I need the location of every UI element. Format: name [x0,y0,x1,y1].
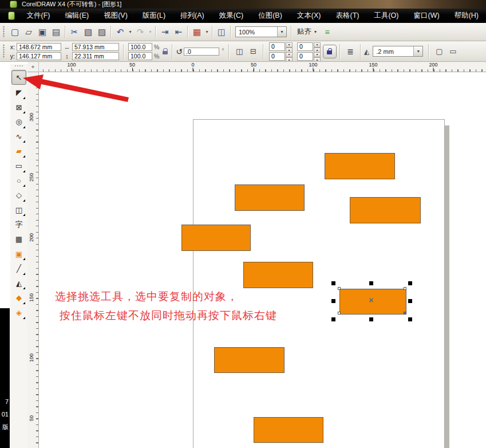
height-field[interactable] [72,52,119,60]
options-icon[interactable]: ≡ [320,25,334,39]
corner-node[interactable] [404,287,406,290]
orange-rectangle[interactable] [243,262,313,288]
corner-node[interactable] [338,287,341,290]
text-tool[interactable]: 字 [12,218,26,231]
paste-icon[interactable]: ▨ [95,25,109,39]
orange-rectangle[interactable] [254,417,323,443]
drawing-canvas[interactable]: × 选择挑选工具，选中要复制的对象， 按住鼠标左键不放同时拖动再按下鼠标右键 [39,72,486,448]
corner-node[interactable] [338,312,341,315]
freehand-tool[interactable]: ∿ [12,129,26,143]
import-icon[interactable]: ⇥ [158,25,172,39]
print-icon[interactable]: ▤ [49,25,63,39]
orange-rectangle[interactable] [214,347,285,373]
orange-rectangle[interactable] [350,197,421,223]
menu-layout[interactable]: 版面(L) [135,9,173,23]
menu-text[interactable]: 文本(X) [290,9,329,23]
vertical-ruler[interactable]: 300 250 200 150 100 50 [27,72,39,448]
save-icon[interactable]: ▣ [35,25,49,39]
mirror-vertical-icon[interactable]: ⊟ [246,45,260,58]
outline-width-combo[interactable]: .2 mm ▾ [373,46,423,57]
undo-icon[interactable]: ↶ [113,25,127,39]
smart-fill-tool[interactable]: ▰ [12,144,26,158]
shape-tool[interactable]: ◤ [12,86,26,100]
menu-tools[interactable]: 工具(O) [366,9,406,23]
zoom-dropdown-icon[interactable]: ▾ [277,27,286,37]
redo-icon[interactable]: ↷ [133,25,147,39]
menu-arrange[interactable]: 排列(A) [173,9,212,23]
corner-radius-spinner[interactable]: ▾▴ [269,42,293,51]
separator[interactable] [230,26,231,38]
selection-handle[interactable] [408,299,412,303]
interactive-blend-tool[interactable]: ▣ [12,247,26,261]
open-close-shape-icon[interactable]: ▭ [446,45,460,58]
ruler-origin-button[interactable]: ⌖ [27,62,39,72]
menu-edit[interactable]: 编辑(E) [57,9,96,23]
selection-handle[interactable] [408,317,412,321]
separator[interactable] [187,26,188,38]
menu-help[interactable]: 帮助(H) [447,9,486,23]
basic-shapes-tool[interactable]: ◫ [12,203,26,217]
application-launcher-icon[interactable]: ▦ [190,25,204,39]
width-field[interactable] [72,43,119,51]
cut-icon[interactable]: ✂ [68,25,81,39]
wrap-paragraph-text-icon[interactable]: ≣ [343,47,357,56]
selection-handle[interactable] [331,317,335,321]
separator[interactable] [212,26,213,38]
zoom-level-combo[interactable]: 100% ▾ [235,26,287,37]
x-position-field[interactable] [17,43,61,51]
selection-handle[interactable] [369,317,373,321]
corner-radius-spinner[interactable]: ▾▴ [297,42,321,51]
snap-to-button[interactable]: 贴齐 ▾ [297,27,317,37]
separator[interactable] [110,26,112,38]
interactive-fill-tool[interactable]: ◈ [12,306,26,320]
rectangle-tool[interactable]: ▭ [12,159,26,173]
corner-node[interactable] [404,312,406,315]
menu-file[interactable]: 文件(F) [19,9,58,23]
y-position-field[interactable] [17,52,61,60]
orange-rectangle[interactable] [181,225,251,251]
crop-tool[interactable]: ⊠ [12,100,26,114]
object-center-x-marker[interactable]: × [369,296,373,304]
selection-handle[interactable] [369,281,373,285]
outline-dropdown-icon[interactable]: ▾ [413,46,422,56]
selection-handle[interactable] [331,299,335,303]
scale-v-field[interactable] [128,52,152,60]
scale-h-field[interactable] [128,43,152,51]
mirror-horizontal-icon[interactable]: ◫ [232,45,246,58]
round-corners-together-lock-button[interactable] [323,45,337,58]
copy-icon[interactable]: ▧ [81,25,95,39]
zoom-tool[interactable]: ◎ [12,115,26,129]
menu-bitmaps[interactable]: 位图(B) [251,9,290,23]
selection-handle[interactable] [408,281,412,285]
menu-effects[interactable]: 效果(C) [212,9,251,23]
nonproportional-scale-lock-icon[interactable] [162,48,169,55]
pick-tool[interactable]: ↖ [11,70,26,85]
orange-rectangle[interactable] [235,184,305,211]
redo-dropdown-icon[interactable]: ▾ [147,25,153,39]
horizontal-ruler[interactable]: 100 50 0 50 100 150 200 [39,62,486,72]
table-tool[interactable]: ▦ [12,233,26,246]
menu-table[interactable]: 表格(T) [328,9,366,23]
orange-rectangle[interactable] [325,153,395,179]
fill-tool[interactable]: ◆ [12,291,26,305]
welcome-screen-icon[interactable]: ◫ [215,25,228,39]
document-control-icon[interactable] [8,11,15,20]
corner-radius-spinner[interactable]: ▾▴ [297,52,321,61]
ellipse-tool[interactable]: ○ [12,174,26,187]
separator[interactable] [65,26,66,38]
rotation-angle-field[interactable] [184,48,219,56]
open-folder-icon[interactable]: ▱ [22,25,35,39]
corner-radius-spinner[interactable]: ▾▴ [269,52,293,61]
new-document-icon[interactable]: ▢ [8,25,22,39]
menu-window[interactable]: 窗口(W) [406,9,447,23]
selection-handle[interactable] [331,281,335,285]
menu-view[interactable]: 视图(V) [96,9,135,23]
outline-pen-tool[interactable]: ◭ [12,276,26,290]
convert-to-curves-icon[interactable]: ▢ [432,45,446,58]
export-icon[interactable]: ⇤ [172,25,185,39]
polygon-tool[interactable]: ◇ [12,188,26,202]
separator[interactable] [155,26,156,38]
launcher-dropdown-icon[interactable]: ▾ [204,25,210,39]
undo-dropdown-icon[interactable]: ▾ [127,25,133,39]
snap-dropdown-icon[interactable]: ▾ [314,29,317,34]
